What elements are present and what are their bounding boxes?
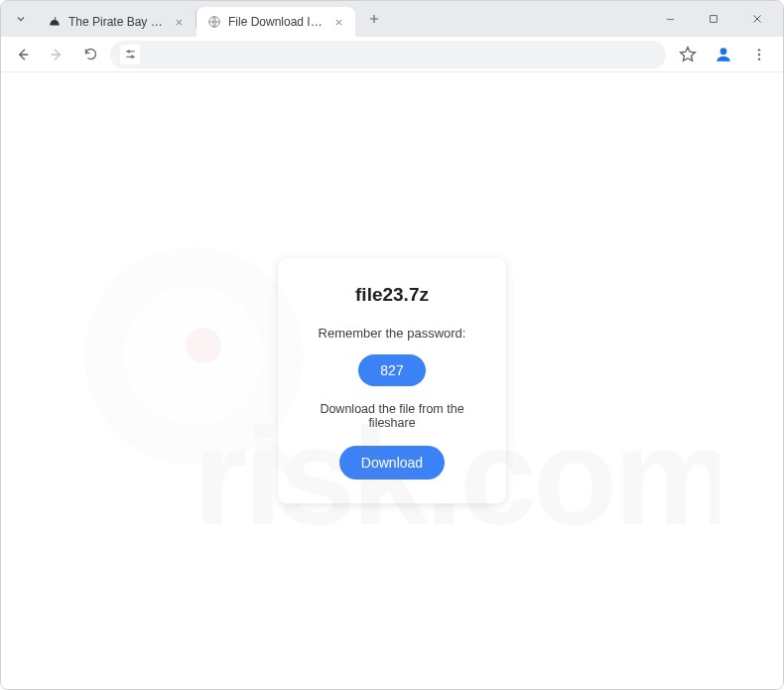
close-window-button[interactable] [735,1,779,37]
star-icon [679,46,697,64]
download-card: file23.7z Remember the password: 827 Dow… [278,258,506,503]
toolbar-right [672,39,775,70]
close-icon [334,18,343,27]
svg-point-3 [131,56,133,58]
kebab-menu-icon [751,47,767,63]
minimize-icon [665,14,676,25]
profile-icon [714,45,733,65]
titlebar: The Pirate Bay - The galaxy's m… File Do… [1,1,783,37]
forward-button[interactable] [43,41,70,69]
svg-point-10 [186,328,221,363]
maximize-icon [709,14,719,24]
reload-button[interactable] [76,41,104,69]
new-tab-button[interactable] [361,6,387,32]
tab-title: The Pirate Bay - The galaxy's m… [68,15,166,29]
download-instruction: Download the file from the fileshare [296,402,488,430]
tab-close-button[interactable] [172,15,186,29]
maximize-button[interactable] [692,1,735,37]
forward-arrow-icon [49,47,65,63]
close-icon [751,13,763,25]
page-viewport: risk.com file23.7z Remember the password… [1,72,783,689]
reload-icon [83,47,98,62]
svg-point-8 [84,246,303,465]
menu-button[interactable] [743,39,775,70]
remember-password-label: Remember the password: [296,326,488,341]
tab-favicon-pirate-icon [47,14,63,30]
back-button[interactable] [9,41,37,69]
window-controls [648,1,779,37]
chevron-down-icon [15,13,27,25]
tab-close-button[interactable] [331,15,345,29]
download-button[interactable]: Download [339,446,445,480]
browser-window: The Pirate Bay - The galaxy's m… File Do… [0,0,784,690]
tab-file-download[interactable]: File Download Instructions for f… [196,7,355,37]
tab-favicon-globe-icon [206,14,222,30]
back-arrow-icon [15,47,31,63]
svg-point-6 [758,53,760,55]
addressbar[interactable] [110,41,666,69]
svg-point-2 [127,51,129,53]
svg-point-5 [758,49,760,51]
site-info-button[interactable] [120,45,140,65]
password-pill: 827 [358,354,425,386]
svg-point-7 [758,58,760,60]
tabs-dropdown-button[interactable] [9,7,33,31]
profile-button[interactable] [708,39,739,70]
tune-icon [124,48,137,61]
bookmark-button[interactable] [672,39,704,70]
tab-pirate-bay[interactable]: The Pirate Bay - The galaxy's m… [37,7,196,37]
svg-point-4 [720,48,727,55]
close-icon [175,18,184,27]
svg-rect-1 [711,16,718,23]
navbar [1,37,783,72]
tab-title: File Download Instructions for f… [228,15,326,29]
minimize-button[interactable] [648,1,692,37]
filename: file23.7z [296,284,488,306]
svg-point-9 [124,286,263,425]
plus-icon [367,12,381,26]
